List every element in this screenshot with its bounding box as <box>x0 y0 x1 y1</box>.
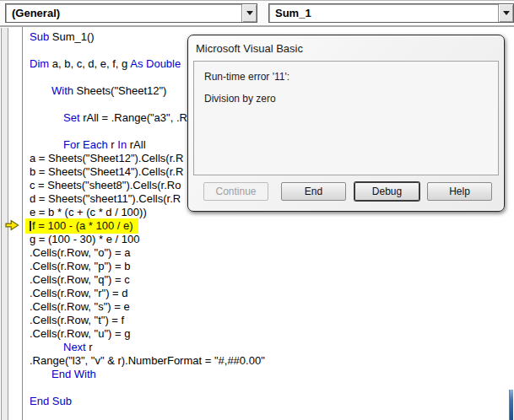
code-token: c = Sheets("sheet8").Cells(r.Ro <box>30 179 181 191</box>
code-line[interactable]: Next r <box>23 341 514 354</box>
code-token: d = Sheets("sheet11").Cells(r.R <box>30 192 181 205</box>
text-caret <box>30 221 31 231</box>
end-button[interactable]: End <box>281 182 346 201</box>
code-line[interactable]: .Cells(r.Row, "p") = b <box>23 260 514 273</box>
debug-button[interactable]: Debug <box>354 182 419 201</box>
code-token: .Cells(r.Row, "t") = f <box>30 314 124 326</box>
chevron-down-icon[interactable] <box>241 4 257 22</box>
code-window-toolbar: (General) Sum_1 <box>0 0 514 27</box>
current-statement-arrow-icon <box>5 219 19 231</box>
error-dialog: Microsoft Visual Basic Run-time error '1… <box>187 35 505 212</box>
keyword-token: End Sub <box>30 395 72 407</box>
keyword-token: Next <box>63 341 86 353</box>
code-line[interactable]: .Cells(r.Row, "o") = a <box>23 246 514 260</box>
error-code-text: Run-time error '11': <box>204 71 289 83</box>
chevron-down-icon[interactable] <box>498 4 513 22</box>
code-token: g = (100 - 30) * e / 100 <box>30 233 139 245</box>
code-line[interactable]: .Cells(r.Row, "s") = e <box>23 300 514 314</box>
vba-editor-window: (General) Sum_1 Sub Sum_1() Dim a, b, c,… <box>0 0 514 420</box>
code-token: r <box>108 138 118 151</box>
code-token: r <box>86 341 93 353</box>
code-token: f = 100 - (a * 100 / e) <box>32 219 133 232</box>
dialog-title: Microsoft Visual Basic <box>196 42 303 55</box>
keyword-token: In <box>117 138 127 151</box>
code-token: .Cells(r.Row, "o") = a <box>30 246 130 259</box>
object-dropdown-value: (General) <box>6 7 241 19</box>
execution-highlight: f = 100 - (a * 100 / e) <box>25 218 138 234</box>
code-token: Sum_1() <box>49 30 94 43</box>
code-line[interactable]: g = (100 - 30) * e / 100 <box>23 233 514 246</box>
code-token: .Cells(r.Row, "q") = c <box>30 273 130 286</box>
code-token: .Cells(r.Row, "s") = e <box>30 300 130 313</box>
code-line[interactable]: End Sub <box>23 395 514 408</box>
code-token: a, b, c, d, e, f, g <box>49 57 130 70</box>
keyword-token: With <box>51 84 73 97</box>
continue-button: Continue <box>203 182 268 201</box>
code-token: b = Sheets("Sheet14").Cells(r.R <box>30 165 183 178</box>
code-line[interactable]: .Range("l3", "v" & r).NumberFormat = "#,… <box>23 354 514 368</box>
keyword-token: As Double <box>130 57 181 70</box>
code-token: .Cells(r.Row, "r") = d <box>30 287 128 299</box>
code-line[interactable]: .Cells(r.Row, "t") = f <box>23 314 514 327</box>
triangle-glyph <box>503 11 510 15</box>
triangle-glyph <box>246 11 253 15</box>
help-button[interactable]: Help <box>427 182 492 201</box>
code-token: rAll <box>127 138 145 151</box>
code-line[interactable]: .Cells(r.Row, "r") = d <box>23 287 514 300</box>
code-token: .Range("l3", "v" & r).NumberFormat = "#,… <box>30 354 265 367</box>
keyword-token: Sub <box>30 30 49 43</box>
procedure-dropdown[interactable]: Sum_1 <box>268 3 514 23</box>
dialog-message-box: Run-time error '11': Division by zero <box>193 61 499 175</box>
code-token: rAll = .Range("a3", .R <box>80 111 187 124</box>
procedure-dropdown-value: Sum_1 <box>269 7 498 19</box>
code-line[interactable]: End With <box>23 368 514 381</box>
keyword-token: End With <box>51 368 96 380</box>
keyword-token: For Each <box>63 138 108 151</box>
keyword-token: Set <box>63 111 80 124</box>
code-line[interactable]: .Cells(r.Row, "q") = c <box>23 273 514 287</box>
object-dropdown[interactable]: (General) <box>5 3 257 23</box>
background-window-edge <box>509 390 513 420</box>
keyword-token: Dim <box>30 57 49 70</box>
error-description-text: Division by zero <box>204 93 276 105</box>
code-token: a = Sheets("Sheet12").Cells(r.R <box>30 152 183 164</box>
code-line[interactable] <box>23 381 514 395</box>
code-token: e = b * (c + (c * d / 100)) <box>30 206 147 218</box>
code-line-current[interactable]: f = 100 - (a * 100 / e) <box>23 219 514 233</box>
code-token: .Cells(r.Row, "p") = b <box>30 260 130 272</box>
code-line[interactable]: .Cells(r.Row, "u") = g <box>23 327 514 341</box>
code-token: Sheets("Sheet12") <box>73 84 166 97</box>
code-token: .Cells(r.Row, "u") = g <box>30 327 130 340</box>
